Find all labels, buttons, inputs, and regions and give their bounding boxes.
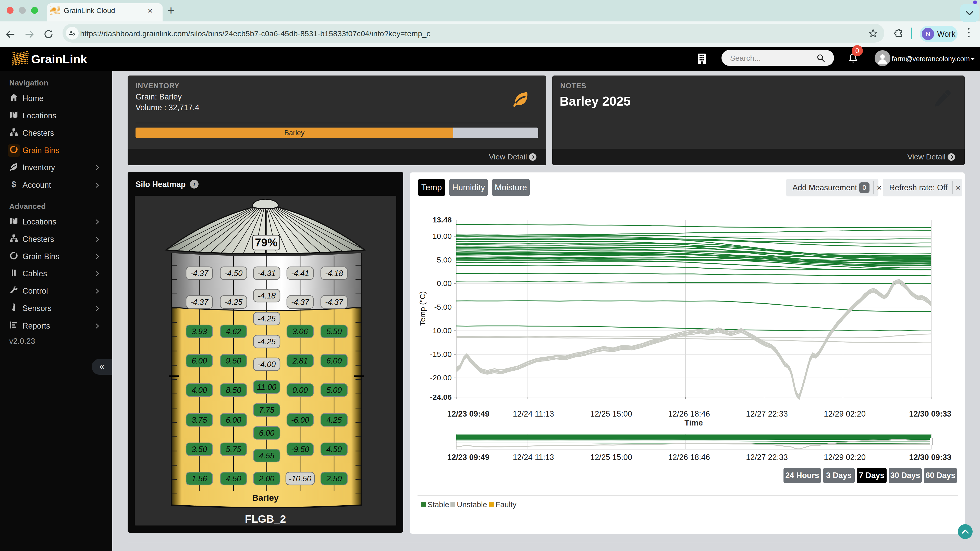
svg-text:-4.37: -4.37 <box>190 298 209 306</box>
svg-text:-4.37: -4.37 <box>291 298 310 306</box>
svg-text:0.00: 0.00 <box>437 279 452 287</box>
svg-text:8.50: 8.50 <box>226 386 241 395</box>
svg-text:$: $ <box>11 179 16 189</box>
svg-text:12/25 15:00: 12/25 15:00 <box>590 453 632 462</box>
svg-text:4.00: 4.00 <box>192 386 207 395</box>
svg-text:12/27 22:33: 12/27 22:33 <box>746 410 788 418</box>
svg-text:-4.31: -4.31 <box>258 269 276 278</box>
svg-text:-10.50: -10.50 <box>289 474 311 483</box>
svg-text:-4.37: -4.37 <box>325 298 344 306</box>
svg-text:1.56: 1.56 <box>192 474 207 483</box>
svg-text:-4.41: -4.41 <box>291 269 309 278</box>
svg-text:12/25 15:00: 12/25 15:00 <box>590 410 632 418</box>
svg-text:3.93: 3.93 <box>192 327 207 336</box>
svg-text:11.00: 11.00 <box>257 383 276 392</box>
svg-text:7.75: 7.75 <box>259 406 275 414</box>
svg-text:4.62: 4.62 <box>226 327 241 336</box>
svg-text:2.81: 2.81 <box>292 356 308 365</box>
svg-text:-6.00: -6.00 <box>291 416 309 424</box>
svg-text:-5.00: -5.00 <box>434 303 452 311</box>
svg-text:12/29 02:20: 12/29 02:20 <box>824 410 865 418</box>
svg-text:4.25: 4.25 <box>326 416 342 424</box>
svg-text:12/26 18:46: 12/26 18:46 <box>668 453 710 462</box>
svg-text:-4.00: -4.00 <box>258 360 276 369</box>
svg-text:-24.06: -24.06 <box>430 393 452 401</box>
svg-text:6.00: 6.00 <box>259 429 274 437</box>
svg-text:-4.18: -4.18 <box>325 269 343 278</box>
svg-text:12/29 02:20: 12/29 02:20 <box>824 453 865 462</box>
svg-text:-10.00: -10.00 <box>430 326 452 335</box>
svg-text:12/24 11:13: 12/24 11:13 <box>513 453 554 462</box>
svg-text:12/26 18:46: 12/26 18:46 <box>668 410 710 418</box>
svg-text:12/23 09:49: 12/23 09:49 <box>447 410 489 418</box>
svg-text:-4.25: -4.25 <box>258 337 276 346</box>
svg-text:-4.50: -4.50 <box>224 269 243 278</box>
svg-text:12/30 09:33: 12/30 09:33 <box>909 453 951 462</box>
svg-text:2.00: 2.00 <box>259 474 274 483</box>
svg-text:6.00: 6.00 <box>226 416 241 424</box>
svg-text:3.50: 3.50 <box>192 445 207 454</box>
svg-text:-20.00: -20.00 <box>430 373 452 382</box>
svg-text:10.00: 10.00 <box>433 232 452 240</box>
svg-text:-4.18: -4.18 <box>258 291 276 300</box>
svg-text:12/24 11:13: 12/24 11:13 <box>513 410 554 418</box>
svg-text:FLGB_2: FLGB_2 <box>245 513 286 525</box>
svg-text:5.75: 5.75 <box>226 445 242 454</box>
svg-text:3.06: 3.06 <box>293 327 308 336</box>
svg-text:2.50: 2.50 <box>326 474 342 483</box>
svg-text:-9.50: -9.50 <box>291 445 309 454</box>
svg-text:3.75: 3.75 <box>192 416 207 424</box>
svg-text:12/27 22:33: 12/27 22:33 <box>746 453 788 462</box>
svg-text:-4.25: -4.25 <box>258 314 276 323</box>
svg-text:5.50: 5.50 <box>326 327 342 336</box>
svg-text:5.00: 5.00 <box>437 256 452 264</box>
svg-text:6.00: 6.00 <box>192 356 207 365</box>
svg-text:79%: 79% <box>255 236 277 249</box>
svg-text:0.00: 0.00 <box>293 386 308 395</box>
svg-text:Time: Time <box>684 418 703 427</box>
svg-text:4.50: 4.50 <box>226 474 241 483</box>
svg-text:4.55: 4.55 <box>259 451 275 460</box>
svg-text:Temp (°C): Temp (°C) <box>418 291 427 326</box>
svg-text:4.50: 4.50 <box>326 445 342 454</box>
svg-text:5.00: 5.00 <box>326 386 342 395</box>
svg-text:9.50: 9.50 <box>226 356 241 365</box>
svg-text:13.48: 13.48 <box>433 216 452 224</box>
svg-text:-15.00: -15.00 <box>430 350 452 359</box>
svg-text:12/23 09:49: 12/23 09:49 <box>447 453 489 462</box>
svg-text:-4.37: -4.37 <box>190 269 209 278</box>
svg-text:Barley: Barley <box>252 493 279 503</box>
svg-text:6.00: 6.00 <box>326 356 342 365</box>
svg-text:-4.25: -4.25 <box>224 298 243 306</box>
svg-text:12/30 09:33: 12/30 09:33 <box>909 410 951 418</box>
